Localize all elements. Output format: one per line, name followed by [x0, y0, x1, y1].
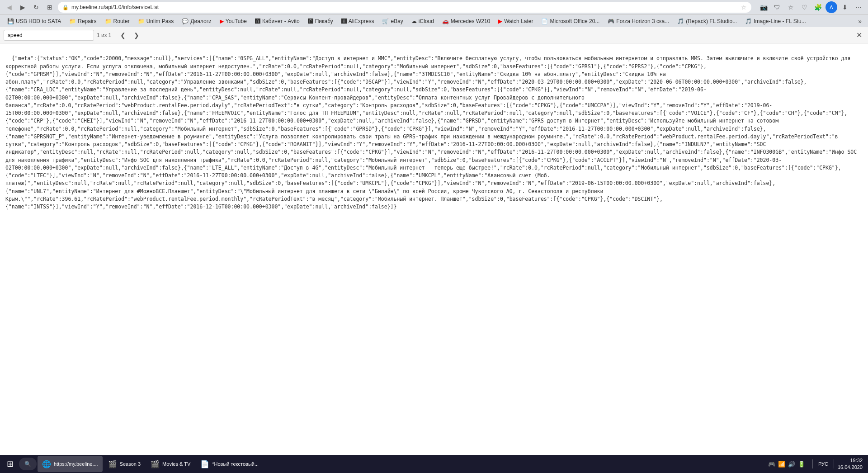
content-area: {"meta":{"status":"OK","code":20000,"mes… [0, 43, 868, 455]
start-button[interactable]: ⊞ [2, 456, 18, 472]
bookmark-aliexpress[interactable]: 🅰 AliExpress [338, 17, 378, 25]
bookmark-label: Mercedes W210 [451, 18, 490, 24]
home-button[interactable]: ⊞ [44, 2, 55, 13]
bookmark-ebay[interactable]: 🛒 eBay [378, 17, 406, 25]
bookmark-label: Диалоги [190, 18, 211, 24]
taskbar-browser-label: https://my.beeline.... [54, 461, 98, 467]
bookmark-label: Microsoft Office 20... [550, 18, 599, 24]
bookmark-label: Router [113, 18, 130, 24]
taskbar-season-label: Season 3 [120, 461, 141, 467]
bookmark-office[interactable]: 📄 Microsoft Office 20... [538, 17, 603, 25]
title-bar: ◀ ▶ ↻ ⊞ 🔒 my.beeline.ru/api/1.0/info/ser… [0, 0, 868, 14]
menu-icon[interactable]: ⋯ [853, 1, 864, 13]
season-icon: 🎬 [108, 460, 117, 468]
bookmark-label: Forza Horizon 3 ска... [616, 18, 669, 24]
avito-icon: 🅰 [255, 18, 260, 24]
bookmark-repairs[interactable]: 📁 Repairs [66, 17, 100, 25]
music-icon: 🎵 [677, 18, 684, 24]
find-close-button[interactable]: ✕ [854, 30, 864, 41]
star-icon[interactable]: ☆ [741, 4, 747, 11]
profile-button[interactable]: A [826, 1, 837, 13]
windows-icon: ⊞ [7, 459, 14, 469]
bookmark-imageline[interactable]: 🎵 Image-Line - FL Stu... [741, 17, 810, 25]
chat-icon: 💬 [182, 18, 189, 24]
bookmark-label: (Repack) FL Studio... [686, 18, 737, 24]
taskbar-season[interactable]: 🎬 Season 3 [104, 456, 145, 472]
url-bar[interactable]: 🔒 my.beeline.ru/api/1.0/info/serviceList… [58, 2, 751, 13]
bookmark-mercedes[interactable]: 🚗 Mercedes W210 [439, 17, 494, 25]
ali-icon: 🅰 [341, 18, 347, 24]
game-icon: 🎮 [608, 18, 614, 24]
lock-icon: 🔒 [62, 5, 69, 10]
taskbar-search[interactable]: 🔍 [19, 458, 37, 470]
language-indicator[interactable]: РУС [816, 460, 830, 468]
bookmark-label: iCloud [419, 18, 434, 24]
music-icon: 🎵 [745, 18, 752, 24]
taskbar-movies[interactable]: 🎬 Movies & TV [146, 456, 195, 472]
bookmark-label: Пикабу [315, 18, 333, 24]
bookmark-usb[interactable]: 💾 USB HDD to SATA [4, 17, 65, 25]
battery-icon: 🔋 [798, 461, 805, 468]
shield-icon[interactable]: 🛡 [771, 1, 783, 13]
find-prev-button[interactable]: ❮ [118, 30, 128, 41]
taskbar-divider [812, 459, 813, 468]
find-next-button[interactable]: ❯ [131, 30, 142, 41]
json-content: {"meta":{"status":"OK","code":20000,"mes… [5, 55, 860, 210]
date-display: 16.04.2020 [838, 464, 863, 471]
bookmark-watchlater[interactable]: ▶ Watch Later [495, 17, 537, 25]
bookmark-label: YouTube [226, 18, 247, 24]
notepad-icon: 📄 [200, 460, 209, 468]
camera-icon[interactable]: 📷 [758, 1, 769, 13]
folder-icon: 📁 [69, 18, 76, 24]
titlebar-right: 📷 🛡 ☆ ♡ 🧩 A ⬇ ⋯ [758, 1, 864, 13]
taskbar-browser[interactable]: 🌐 https://my.beeline.... [38, 456, 103, 472]
favorites-icon[interactable]: ☆ [785, 1, 797, 13]
bookmarks-bar: 💾 USB HDD to SATA 📁 Repairs 📁 Router 📁 U… [0, 14, 868, 27]
bookmark-icloud[interactable]: ☁ iCloud [408, 17, 438, 25]
refresh-button[interactable]: ↻ [31, 2, 42, 13]
office-icon: 📄 [541, 18, 548, 24]
bookmark-label: Image-Line - FL Stu... [754, 18, 806, 24]
folder-icon: 💾 [7, 18, 14, 24]
car-icon: 🚗 [442, 18, 449, 24]
bookmark-label: Кабинет - Avito [262, 18, 300, 24]
taskbar-sys-icons: 🎮 📶 🔊 🔋 [764, 461, 809, 468]
folder-icon: 📁 [138, 18, 145, 24]
volume-icon[interactable]: 🔊 [788, 461, 795, 468]
find-count: 1 из 1 [97, 32, 115, 38]
youtube-icon: ▶ [220, 18, 224, 24]
bookmark-pikabu[interactable]: 🅿 Пикабу [304, 17, 337, 25]
extension-icon[interactable]: 🧩 [812, 1, 824, 13]
taskbar-notepad-label: *Новый текстовый... [212, 461, 259, 467]
pikabu-icon: 🅿 [308, 18, 313, 24]
bookmark-router[interactable]: 📁 Router [101, 17, 133, 25]
taskbar-notepad[interactable]: 📄 *Новый текстовый... [196, 456, 263, 472]
search-icon: 🔍 [24, 461, 31, 467]
network-icon: 📶 [778, 461, 785, 468]
taskbar-clock: 19:32 16.04.2020 [838, 457, 863, 471]
bookmark-avito[interactable]: 🅰 Кабинет - Avito [251, 17, 303, 25]
bookmarks-more-button[interactable]: » [855, 17, 864, 26]
heart-icon[interactable]: ♡ [798, 1, 810, 13]
download-icon[interactable]: ⬇ [839, 1, 851, 13]
taskbar-divider-2 [834, 459, 834, 468]
ebay-icon: 🛒 [382, 18, 389, 24]
forward-button[interactable]: ▶ [17, 2, 28, 13]
bookmark-label: Unlim Pass [146, 18, 174, 24]
taskbar: ⊞ 🔍 🌐 https://my.beeline.... 🎬 Season 3 … [0, 455, 868, 473]
find-input[interactable] [4, 30, 94, 41]
bookmark-repack[interactable]: 🎵 (Repack) FL Studio... [674, 17, 741, 25]
bookmark-unlim[interactable]: 📁 Unlim Pass [134, 17, 178, 25]
bookmark-youtube[interactable]: ▶ YouTube [216, 17, 250, 25]
bookmark-dialogi[interactable]: 💬 Диалоги [178, 17, 215, 25]
bookmark-label: AliExpress [349, 18, 374, 24]
play-icon: ▶ [498, 18, 502, 24]
bookmark-forza[interactable]: 🎮 Forza Horizon 3 ска... [604, 17, 673, 25]
bookmark-label: Watch Later [504, 18, 533, 24]
bookmark-label: Repairs [78, 18, 96, 24]
taskbar-movies-label: Movies & TV [162, 461, 190, 467]
back-button[interactable]: ◀ [4, 2, 14, 13]
folder-icon: 📁 [105, 18, 112, 24]
find-bar: 1 из 1 ❮ ❯ ✕ [0, 27, 868, 43]
xbox-icon[interactable]: 🎮 [768, 461, 775, 468]
